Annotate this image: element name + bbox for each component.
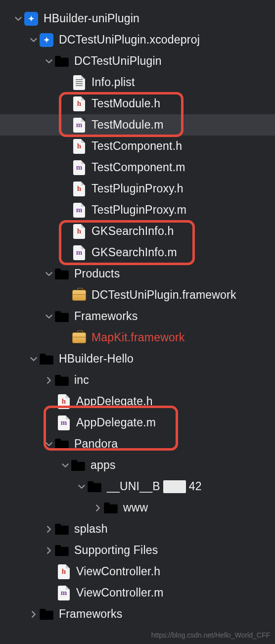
folder-icon <box>54 373 69 388</box>
tree-row-testpluginproxy-m[interactable]: m TestPluginProxy.m <box>0 199 275 221</box>
tree-label: splash <box>74 522 108 536</box>
header-file-icon: h <box>56 394 71 409</box>
chevron-down-icon[interactable] <box>60 460 71 471</box>
watermark: https://blog.csdn.net/Hello_World_CFF <box>151 631 270 639</box>
chevron-down-icon[interactable] <box>28 35 39 46</box>
tree-row-frameworks[interactable]: Frameworks <box>0 306 275 327</box>
header-file-icon: h <box>72 96 87 111</box>
tree-row-apps[interactable]: apps <box>0 455 275 476</box>
tree-label: Supporting Files <box>74 544 158 557</box>
impl-file-icon: m <box>56 415 71 430</box>
tree-row-products[interactable]: Products <box>0 263 275 284</box>
folder-icon <box>54 54 69 69</box>
impl-file-icon: m <box>72 203 87 218</box>
tree-label: TestComponent.m <box>92 161 185 174</box>
plist-file-icon <box>72 75 87 90</box>
impl-file-icon: m <box>72 245 87 260</box>
file-tree: ✦ HBuilder-uniPlugin ✦ DCTestUniPlugin.x… <box>0 0 275 625</box>
folder-icon <box>71 458 86 473</box>
folder-icon <box>54 522 69 537</box>
tree-label: AppDelegate.m <box>76 416 156 429</box>
tree-row-testmodule-m[interactable]: m TestModule.m <box>0 114 275 136</box>
tree-label: HBuilder-Hello <box>59 352 134 366</box>
chevron-down-icon[interactable] <box>28 354 39 365</box>
folder-icon <box>54 309 69 324</box>
tree-row-supporting-files[interactable]: Supporting Files <box>0 540 275 561</box>
tree-row-frameworks-bottom[interactable]: Frameworks <box>0 603 275 625</box>
tree-label: Products <box>74 267 120 280</box>
tree-row-gksearchinfo-m[interactable]: m GKSearchInfo.m <box>0 242 275 263</box>
folder-icon <box>54 437 69 452</box>
tree-label: inc <box>74 373 89 387</box>
folder-icon <box>87 479 102 494</box>
tree-row-www[interactable]: www <box>0 497 275 518</box>
tree-row-info-plist[interactable]: Info.plist <box>0 72 275 93</box>
tree-label: AppDelegate.h <box>76 395 153 408</box>
chevron-down-icon[interactable] <box>44 439 54 450</box>
framework-icon <box>72 330 87 345</box>
tree-label: TestPluginProxy.m <box>92 203 186 217</box>
tree-row-testmodule-h[interactable]: h TestModule.h <box>0 93 275 114</box>
tree-row-appdelegate-h[interactable]: h AppDelegate.h <box>0 391 275 412</box>
chevron-right-icon[interactable] <box>44 524 54 535</box>
tree-label: HBuilder-uniPlugin <box>44 12 139 25</box>
tree-row-plugin-folder[interactable]: DCTestUniPlugin <box>0 50 275 72</box>
tree-row-testpluginproxy-h[interactable]: h TestPluginProxy.h <box>0 178 275 199</box>
tree-label: ViewController.h <box>76 565 160 578</box>
folder-icon <box>54 267 69 281</box>
tree-row-testcomponent-m[interactable]: m TestComponent.m <box>0 157 275 178</box>
tree-label: Frameworks <box>59 607 123 621</box>
tree-label: Info.plist <box>92 76 135 89</box>
tree-label: DCTestUniPlugin.xcodeproj <box>59 33 200 46</box>
tree-row-xcodeproj[interactable]: ✦ DCTestUniPlugin.xcodeproj <box>0 29 275 50</box>
tree-row-testcomponent-h[interactable]: h TestComponent.h <box>0 136 275 157</box>
tree-label: Frameworks <box>74 310 138 323</box>
tree-row-splash[interactable]: splash <box>0 518 275 540</box>
tree-row-gksearchinfo-h[interactable]: h GKSearchInfo.h <box>0 221 275 242</box>
chevron-down-icon[interactable] <box>76 481 87 492</box>
tree-row-appdelegate-m[interactable]: m AppDelegate.m <box>0 412 275 433</box>
tree-label: TestComponent.h <box>92 139 182 153</box>
tree-label: MapKit.framework <box>92 331 185 344</box>
tree-label: GKSearchInfo.h <box>92 225 174 238</box>
tree-row-root[interactable]: ✦ HBuilder-uniPlugin <box>0 8 275 29</box>
chevron-right-icon[interactable] <box>92 503 103 513</box>
tree-label: __UNI__B42 <box>107 480 202 494</box>
app-icon: ✦ <box>39 33 54 47</box>
impl-file-icon: m <box>72 160 87 175</box>
redacted-block <box>163 480 186 493</box>
tree-row-mapkit-framework[interactable]: MapKit.framework <box>0 327 275 348</box>
uni-prefix: __UNI__B <box>107 480 160 493</box>
tree-row-viewcontroller-m[interactable]: m ViewController.m <box>0 582 275 603</box>
tree-row-viewcontroller-h[interactable]: h ViewController.h <box>0 561 275 582</box>
tree-label: ViewController.m <box>76 586 164 599</box>
tree-row-pandora[interactable]: Pandora <box>0 433 275 455</box>
tree-row-uni-app[interactable]: __UNI__B42 <box>0 476 275 497</box>
impl-file-icon: m <box>72 118 87 133</box>
header-file-icon: h <box>56 564 71 579</box>
tree-row-inc[interactable]: inc <box>0 369 275 391</box>
chevron-down-icon[interactable] <box>13 13 24 24</box>
tree-label: www <box>123 501 148 514</box>
tree-label: DCTestUniPlugin <box>74 54 162 68</box>
tree-row-plugin-framework[interactable]: DCTestUniPlugin.framework <box>0 284 275 306</box>
uni-suffix: 42 <box>189 480 202 493</box>
chevron-right-icon[interactable] <box>44 375 54 386</box>
tree-row-hbuilder-hello[interactable]: HBuilder-Hello <box>0 348 275 369</box>
tree-label: TestPluginProxy.h <box>92 182 183 195</box>
folder-icon <box>39 607 54 622</box>
folder-icon <box>39 352 54 367</box>
tree-label: TestModule.m <box>92 118 164 132</box>
chevron-down-icon[interactable] <box>44 56 54 67</box>
tree-label: TestModule.h <box>92 97 160 110</box>
tree-label: GKSearchInfo.m <box>92 246 177 259</box>
tree-label: Pandora <box>74 437 118 451</box>
app-icon: ✦ <box>24 11 39 26</box>
chevron-down-icon[interactable] <box>44 269 54 279</box>
framework-icon <box>72 288 87 303</box>
chevron-down-icon[interactable] <box>44 311 54 322</box>
tree-label: DCTestUniPlugin.framework <box>92 288 236 302</box>
chevron-right-icon[interactable] <box>28 609 39 620</box>
chevron-right-icon[interactable] <box>44 545 54 556</box>
header-file-icon: h <box>72 139 87 154</box>
